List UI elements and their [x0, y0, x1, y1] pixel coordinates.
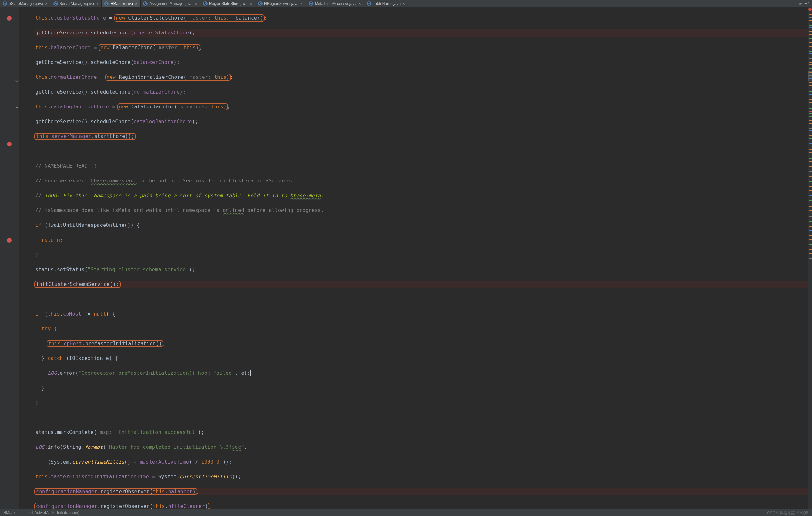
tab-hmaster[interactable]: HMaster.java×	[102, 0, 141, 7]
class-icon	[203, 1, 207, 6]
tab-label: RegionStateStore.java	[209, 1, 248, 6]
close-icon[interactable]: ×	[194, 1, 198, 6]
class-icon	[53, 1, 58, 6]
scrollbar-overview[interactable]: !	[808, 7, 812, 509]
class-icon	[143, 1, 148, 6]
close-icon[interactable]: ×	[134, 1, 138, 6]
gutter[interactable]	[0, 7, 19, 509]
tab-servermanager[interactable]: ServerManager.java×	[51, 0, 102, 7]
tab-label: HRegionServer.java	[264, 1, 298, 6]
close-icon[interactable]: ×	[44, 1, 49, 6]
close-icon[interactable]: ×	[95, 1, 99, 6]
error-stripe-icon[interactable]: !	[809, 8, 812, 11]
class-icon	[104, 1, 109, 6]
tab-estatemanager[interactable]: eStateManager.java×	[0, 0, 51, 7]
editor-tab-bar: eStateManager.java× ServerManager.java× …	[0, 0, 812, 7]
editor-area: this.clusterStatusChore = new ClusterSta…	[0, 7, 812, 509]
close-icon[interactable]: ×	[402, 1, 406, 6]
tab-bar-actions: ⇤ ≣1	[800, 0, 812, 7]
code-editor[interactable]: this.clusterStatusChore = new ClusterSta…	[19, 7, 808, 509]
tab-regionstatestore[interactable]: RegionStateStore.java×	[200, 0, 256, 7]
chevron-right-icon: 〉	[21, 510, 23, 515]
tab-label: AssignmentManager.java	[149, 1, 193, 6]
tab-label: TableName.java	[373, 1, 401, 6]
breadcrumb[interactable]: HMaster 〉 finishActiveMasterInitializati…	[0, 509, 812, 516]
breakpoint-icon[interactable]	[6, 16, 12, 21]
close-icon[interactable]: ×	[249, 1, 253, 6]
tab-assignmentmanager[interactable]: AssignmentManager.java×	[141, 0, 200, 7]
close-icon[interactable]: ×	[299, 1, 304, 6]
breakpoint-icon[interactable]	[6, 237, 12, 243]
tab-label: HMaster.java	[110, 1, 133, 6]
tab-label: eStateManager.java	[9, 1, 43, 6]
tab-metatableaccessor[interactable]: MetaTableAccessor.java×	[306, 0, 364, 7]
tab-hregionserver[interactable]: HRegionServer.java×	[256, 0, 306, 7]
scroll-thumb[interactable]	[809, 71, 812, 81]
split-indicator[interactable]: ≣1	[805, 1, 810, 6]
tab-tablename[interactable]: TableName.java×	[364, 0, 408, 7]
class-icon	[367, 1, 371, 6]
breakpoint-icon[interactable]	[6, 141, 12, 147]
class-icon	[258, 1, 262, 6]
breadcrumb-method[interactable]: finishActiveMasterInitialization()	[25, 511, 80, 515]
breadcrumb-class[interactable]: HMaster	[3, 511, 18, 515]
tab-label: MetaTableAccessor.java	[315, 1, 356, 6]
class-icon	[3, 1, 7, 6]
collapse-icon[interactable]: ⇤	[800, 1, 803, 6]
tab-label: ServerManager.java	[59, 1, 94, 6]
close-icon[interactable]: ×	[357, 1, 362, 6]
class-icon	[309, 1, 313, 6]
watermark: CSDN @格格巫 MMQ!!	[767, 511, 808, 516]
